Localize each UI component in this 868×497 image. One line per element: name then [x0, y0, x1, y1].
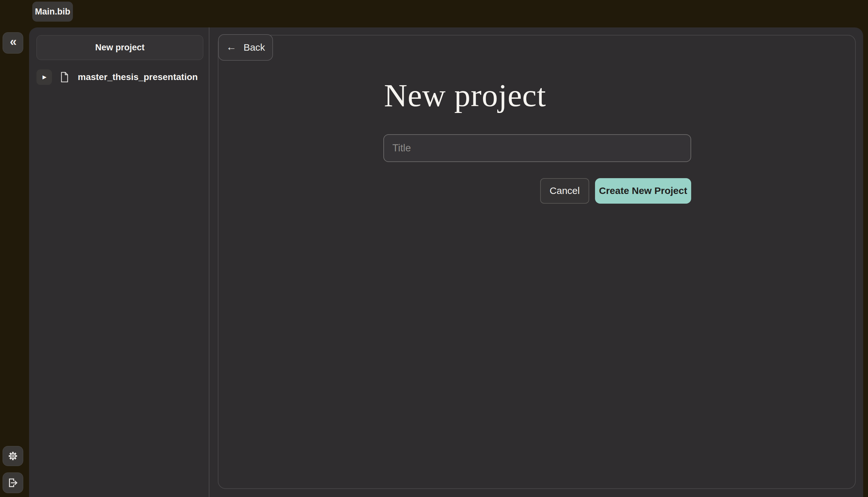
collapse-sidebar-button[interactable]: « — [3, 32, 23, 54]
open-file-tab-main-bib[interactable]: Main.bib — [32, 2, 73, 22]
sidebar-new-project-label: New project — [95, 43, 145, 53]
sidebar-new-project-button[interactable]: New project — [37, 35, 203, 60]
settings-button[interactable] — [3, 446, 23, 466]
tab-label: Main.bib — [35, 7, 70, 17]
form-actions: Cancel Create New Project — [384, 178, 691, 204]
cancel-button-label: Cancel — [550, 185, 580, 196]
document-icon — [60, 72, 69, 82]
back-button-label: Back — [244, 42, 265, 53]
title-input[interactable] — [384, 134, 691, 162]
create-button-label: Create New Project — [599, 185, 687, 196]
app-window: { "window": { "tab_label": "Main.bib" },… — [0, 0, 868, 497]
create-new-project-button[interactable]: Create New Project — [595, 178, 691, 204]
page-title: New project — [384, 80, 546, 112]
arrow-left-icon: ← — [226, 42, 236, 52]
back-button[interactable]: ← Back — [218, 34, 273, 61]
collapse-sidebar-icon: « — [10, 36, 16, 48]
tree-item-label: master_thesis_presentation — [78, 72, 198, 82]
logout-icon — [7, 477, 19, 489]
tree-expander-button[interactable]: ▶ — [37, 69, 52, 85]
logout-button[interactable] — [3, 472, 23, 493]
gear-icon — [7, 450, 19, 462]
chevron-right-icon: ▶ — [43, 74, 46, 80]
tree-item-master-thesis-presentation[interactable]: ▶ master_thesis_presentation — [37, 69, 198, 85]
cancel-button[interactable]: Cancel — [540, 178, 589, 204]
sidebar-divider — [209, 27, 209, 497]
